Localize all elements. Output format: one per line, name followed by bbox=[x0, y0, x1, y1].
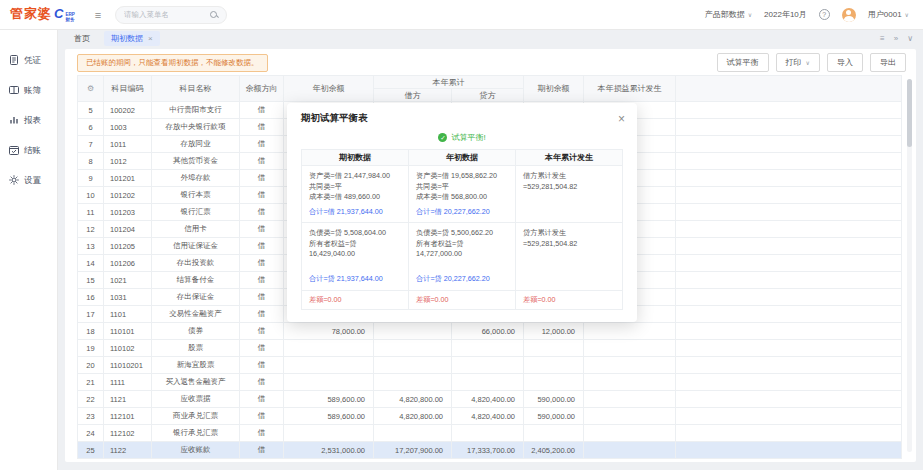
table-row[interactable]: 23112101商业承兑汇票借589,600.004,820,800.004,8… bbox=[78, 408, 902, 425]
header-filler bbox=[676, 76, 902, 102]
row-number-cell: 7 bbox=[78, 136, 104, 153]
settings-icon bbox=[9, 175, 19, 187]
org-selector[interactable]: 产品部数据∨ bbox=[705, 9, 752, 20]
row-number-cell: 13 bbox=[78, 238, 104, 255]
balance-credit-cell: 贷方累计发生=529,281,504.82 bbox=[516, 223, 623, 291]
row-number-cell: 23 bbox=[78, 408, 104, 425]
scrollbar-thumb[interactable] bbox=[907, 79, 912, 147]
chevron-down-icon[interactable]: ∨ bbox=[907, 34, 913, 43]
toolbar-buttons: 试算平衡 打印 ∨ 导入 导出 bbox=[717, 53, 906, 72]
filler-cell bbox=[676, 238, 902, 255]
ledger-icon bbox=[9, 85, 19, 97]
account-code-cell: 1012 bbox=[104, 153, 152, 170]
tab-bar: 首页 期初数据 × ≡ » ∨ bbox=[58, 30, 923, 47]
close-icon[interactable]: × bbox=[618, 114, 625, 124]
row-number-cell: 16 bbox=[78, 289, 104, 306]
trial-balance-modal: 期初试算平衡表 × ✓ 试算平衡! 期初数据年初数据本年累计发生 资产类=借 2… bbox=[287, 103, 637, 322]
panel-toolbar: 已结账的期间，只能查看期初数据，不能修改数据。 试算平衡 打印 ∨ 导入 导出 bbox=[65, 49, 916, 75]
row-number-cell: 15 bbox=[78, 272, 104, 289]
row-number-cell: 8 bbox=[78, 153, 104, 170]
header-opening-balance: 期初余额 bbox=[524, 76, 584, 102]
column-settings-icon[interactable]: ⚙ bbox=[87, 84, 94, 93]
accounting-period[interactable]: 2022年10月 bbox=[764, 9, 807, 20]
menu-collapse-icon[interactable]: ≡ bbox=[95, 9, 101, 21]
account-code-cell: 101206 bbox=[104, 255, 152, 272]
header-account-name: 科目名称 bbox=[152, 76, 240, 102]
opening-balance-cell: 590,000.00 bbox=[524, 408, 584, 425]
account-name-cell: 信用卡 bbox=[152, 221, 240, 238]
year-begin-cell: 589,600.00 bbox=[284, 408, 374, 425]
direction-cell: 借 bbox=[240, 102, 284, 119]
brand-tag-bottom: 财务 bbox=[65, 18, 74, 23]
direction-cell: 借 bbox=[240, 119, 284, 136]
table-row[interactable]: 24112102银行承兑汇票借 bbox=[78, 425, 902, 442]
table-row[interactable]: 19110102股票借 bbox=[78, 340, 902, 357]
sidebar-item-凭证[interactable]: 凭证 bbox=[0, 46, 57, 76]
direction-cell: 借 bbox=[240, 221, 284, 238]
tab-list-icon[interactable]: ≡ bbox=[880, 34, 885, 43]
search-icon[interactable] bbox=[210, 11, 218, 19]
table-row[interactable]: 2011010201新海宜股票借 bbox=[78, 357, 902, 374]
tab-home[interactable]: 首页 bbox=[74, 33, 90, 44]
year-begin-cell bbox=[284, 374, 374, 391]
filler-cell bbox=[676, 306, 902, 323]
direction-cell: 借 bbox=[240, 323, 284, 340]
table-row[interactable]: 18110101债券借78,000.0066,000.0012,000.00 bbox=[78, 323, 902, 340]
filler-cell bbox=[676, 374, 902, 391]
row-number-cell: 6 bbox=[78, 119, 104, 136]
tab-label: 期初数据 bbox=[111, 33, 143, 44]
import-button[interactable]: 导入 bbox=[827, 53, 863, 72]
balance-table: 期初数据年初数据本年累计发生 资产类=借 21,447,984.00共同类=平成… bbox=[301, 149, 623, 310]
account-name-cell: 新海宜股票 bbox=[152, 357, 240, 374]
user-menu[interactable]: 用户0001∨ bbox=[868, 9, 909, 20]
direction-cell: 借 bbox=[240, 340, 284, 357]
vertical-scrollbar[interactable] bbox=[907, 79, 912, 452]
balance-column-header: 年初数据 bbox=[409, 150, 516, 166]
opening-balance-cell: 2,405,200.00 bbox=[524, 442, 584, 459]
trial-balance-button[interactable]: 试算平衡 bbox=[717, 53, 769, 72]
balance-diff-cell: 差额=0.00 bbox=[302, 290, 409, 310]
account-name-cell: 外埠存款 bbox=[152, 170, 240, 187]
balance-debit-cell: 借方累计发生=529,281,504.82 bbox=[516, 166, 623, 223]
ytd-debit-cell: 17,207,900.00 bbox=[374, 442, 452, 459]
ytd-credit-cell bbox=[452, 425, 524, 442]
sidebar-item-label: 凭证 bbox=[24, 55, 41, 67]
pnl-ytd-cell bbox=[584, 340, 676, 357]
ytd-debit-cell bbox=[374, 357, 452, 374]
direction-cell: 借 bbox=[240, 306, 284, 323]
sidebar-item-报表[interactable]: 报表 bbox=[0, 106, 57, 136]
close-icon[interactable]: × bbox=[148, 34, 153, 43]
table-row[interactable]: 221121应收票据借589,600.004,820,800.004,820,4… bbox=[78, 391, 902, 408]
account-code-cell: 101203 bbox=[104, 204, 152, 221]
search-input[interactable] bbox=[124, 10, 204, 19]
avatar[interactable] bbox=[842, 8, 856, 22]
account-code-cell: 110101 bbox=[104, 323, 152, 340]
balance-credit-cell: 负债类=贷 5,500,662.20所有者权益=贷 14,727,000.00合… bbox=[409, 223, 516, 291]
balance-column-header: 本年累计发生 bbox=[516, 150, 623, 166]
sidebar-item-结账[interactable]: 结账 bbox=[0, 136, 57, 166]
closing-icon bbox=[9, 145, 19, 157]
table-row[interactable]: 251122应收账款借2,531,000.0017,207,900.0017,3… bbox=[78, 442, 902, 459]
filler-cell bbox=[676, 255, 902, 272]
sidebar-item-账簿[interactable]: 账簿 bbox=[0, 76, 57, 106]
row-number-cell: 24 bbox=[78, 425, 104, 442]
balance-row: 资产类=借 21,447,984.00共同类=平成本类=借 489,660.00… bbox=[302, 166, 623, 223]
help-icon[interactable]: ? bbox=[819, 9, 830, 20]
sidebar-item-设置[interactable]: 设置 bbox=[0, 166, 57, 196]
tab-scroll-right-icon[interactable]: » bbox=[894, 34, 898, 43]
export-button[interactable]: 导出 bbox=[870, 53, 906, 72]
print-button[interactable]: 打印 ∨ bbox=[776, 53, 820, 72]
menu-search-box[interactable] bbox=[115, 6, 227, 24]
sidebar-item-label: 报表 bbox=[24, 115, 41, 127]
tab-opening-data[interactable]: 期初数据 × bbox=[104, 31, 160, 46]
account-name-cell: 商业承兑汇票 bbox=[152, 408, 240, 425]
filler-cell bbox=[676, 170, 902, 187]
year-begin-cell: 589,600.00 bbox=[284, 391, 374, 408]
table-row[interactable]: 211111买入返售金融资产借 bbox=[78, 374, 902, 391]
row-number-cell: 21 bbox=[78, 374, 104, 391]
app-logo: 管家婆 C ERP 财务 bbox=[10, 5, 75, 24]
chevron-down-icon: ∨ bbox=[806, 59, 810, 66]
balance-credit-cell: 负债类=贷 5,508,604.00所有者权益=贷 16,429,040.00合… bbox=[302, 223, 409, 291]
org-name: 产品部数据 bbox=[705, 9, 745, 20]
pnl-ytd-cell bbox=[584, 425, 676, 442]
